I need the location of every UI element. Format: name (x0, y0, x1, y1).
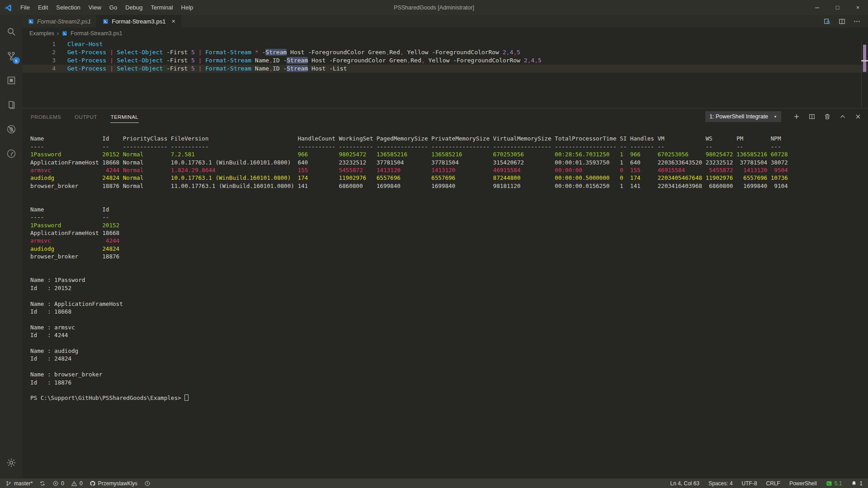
terminal-line: Name Id PriorityClass FileVersion Handle… (30, 135, 868, 142)
terminal-line: 1Password 20152 (30, 221, 868, 229)
powershell-file-icon (61, 30, 68, 37)
menu-view[interactable]: View (85, 0, 105, 15)
sync-icon (39, 480, 46, 487)
close-panel-icon (854, 113, 862, 120)
vscode-logo-icon (0, 4, 16, 12)
terminal-line: browser_broker 18876 (30, 253, 868, 260)
powershell-file-icon (61, 30, 68, 37)
error-icon (52, 480, 59, 487)
menu-debug[interactable]: Debug (121, 0, 146, 15)
status-eol-sequence[interactable]: CRLF (766, 480, 780, 487)
new-terminal-button[interactable] (793, 113, 800, 120)
status-problems-errors[interactable]: 0 (52, 480, 64, 487)
terminal-line: Id : 18668 (30, 308, 868, 315)
maximize-button[interactable]: □ (827, 0, 848, 15)
tab-Format-Stream2.ps1[interactable]: Format-Stream2.ps1 (22, 15, 97, 28)
powershell-file-icon (102, 18, 109, 25)
terminal-line: ApplicationFrameHost 18668 (30, 229, 868, 237)
menu-selection[interactable]: Selection (52, 0, 84, 15)
status-encoding[interactable]: UTF-8 (742, 480, 757, 487)
code-editor[interactable]: 1Clear-Host2Get-Process | Select-Object … (22, 39, 868, 108)
terminal-line: Id : 18876 (30, 379, 868, 386)
breadcrumb-file[interactable]: Format-Stream3.ps1 (71, 30, 123, 37)
custom-box-icon (6, 75, 17, 86)
terminal-line: Name : browser_broker (30, 371, 868, 378)
status-powershell-version-label: 5.1 (835, 480, 842, 487)
terminal-line: Id : 20152 (30, 284, 868, 292)
status-time-tracker[interactable] (144, 480, 151, 487)
close-panel-button[interactable] (854, 113, 862, 120)
breadcrumb-folder[interactable]: Examples (29, 30, 54, 37)
open-preview-button[interactable] (823, 18, 831, 25)
panel-header: PROBLEMSOUTPUTTERMINAL 1: PowerShell Int… (22, 108, 868, 125)
panel-tab-terminal[interactable]: TERMINAL (110, 111, 139, 123)
terminal-output[interactable]: Name Id PriorityClass FileVersion Handle… (22, 125, 868, 479)
more-actions-icon (853, 18, 861, 25)
close-window-button[interactable]: × (848, 0, 868, 15)
status-sync[interactable] (39, 480, 46, 487)
split-editor-icon (838, 18, 846, 25)
ruler-highlight-marker (863, 45, 866, 72)
panel-tab-output[interactable]: OUTPUT (74, 111, 98, 123)
bug-off-icon (6, 124, 17, 135)
terminal-line: Id : 24824 (30, 355, 868, 362)
status-notifications[interactable]: 1 (851, 480, 863, 487)
terminal-line: 1Password 20152 Normal 7.2.581 966 98025… (30, 150, 868, 158)
activity-custom-view-gauge[interactable] (0, 141, 22, 166)
terminal-line: browser_broker 18876 Normal 11.00.17763.… (30, 182, 868, 190)
status-powershell-version[interactable]: 5.1 (826, 480, 842, 487)
status-problems-warnings[interactable]: 0 (71, 480, 83, 487)
terminal-line (30, 363, 868, 371)
status-language-mode[interactable]: PowerShell (789, 480, 817, 487)
minimize-button[interactable]: ─ (807, 0, 827, 15)
ruler-cursor-marker (861, 60, 868, 61)
terminal-line (30, 261, 868, 268)
split-terminal-button[interactable] (808, 113, 816, 120)
panel-actions: 1: PowerShell Integrate ▼ (705, 111, 862, 122)
terminal-selector-value: 1: PowerShell Integrate (709, 113, 768, 120)
activity-custom-view-bug-off[interactable] (0, 117, 22, 141)
activity-manage[interactable] (0, 450, 22, 475)
maximize-panel-button[interactable] (839, 113, 846, 120)
terminal-line (30, 190, 868, 197)
tab-Format-Stream3.ps1[interactable]: Format-Stream3.ps1× (97, 15, 181, 28)
status-indentation[interactable]: Spaces: 4 (708, 480, 732, 487)
code-text: Get-Process | Select-Object -First 5 | F… (67, 65, 347, 73)
status-git-branch[interactable]: master* (5, 480, 33, 487)
status-cursor-position[interactable]: Ln 4, Col 63 (670, 480, 699, 487)
terminal-line: Name : armsvc (30, 324, 868, 331)
branch-icon (5, 480, 12, 487)
tab-label: Format-Stream2.ps1 (37, 18, 91, 25)
terminal-selector[interactable]: 1: PowerShell Integrate ▼ (705, 111, 781, 122)
overview-ruler[interactable] (861, 39, 868, 108)
more-actions-button[interactable] (853, 18, 861, 25)
close-icon[interactable]: × (171, 18, 175, 24)
powershell-file-icon (28, 18, 34, 25)
terminal-line: Name : audiodg (30, 347, 868, 355)
split-editor-button[interactable] (838, 18, 846, 25)
code-text: Get-Process | Select-Object -First 5 | F… (67, 48, 520, 56)
activity-custom-view-box[interactable] (0, 68, 22, 93)
terminal-cursor (184, 394, 189, 401)
status-github-account[interactable]: PrzemyslawKlys (90, 480, 137, 487)
activity-custom-view-pages[interactable] (0, 93, 22, 117)
code-line-1: 1Clear-Host (22, 40, 868, 48)
menu-edit[interactable]: Edit (34, 0, 52, 15)
activity-source-control[interactable]: 5 (0, 44, 22, 68)
terminal-line: PS C:\Support\GitHub\PSSharedGoods\Examp… (30, 394, 868, 402)
terminal-line (30, 315, 868, 323)
terminal-line: ApplicationFrameHost 18668 Normal 10.0.1… (30, 159, 868, 166)
code-line-4: 4Get-Process | Select-Object -First 5 | … (22, 65, 868, 73)
menu-go[interactable]: Go (105, 0, 121, 15)
menu-file[interactable]: File (16, 0, 34, 15)
menu-help[interactable]: Help (177, 0, 198, 15)
bell-icon (851, 480, 857, 487)
search-icon (6, 26, 17, 37)
menu-terminal[interactable]: Terminal (146, 0, 177, 15)
maximize-panel-icon (839, 113, 846, 120)
github-icon (90, 480, 96, 487)
panel-tab-problems[interactable]: PROBLEMS (30, 111, 61, 123)
kill-terminal-button[interactable] (824, 113, 831, 120)
activity-search[interactable] (0, 19, 22, 44)
code-line-3: 3Get-Process | Select-Object -First 5 | … (22, 56, 868, 65)
